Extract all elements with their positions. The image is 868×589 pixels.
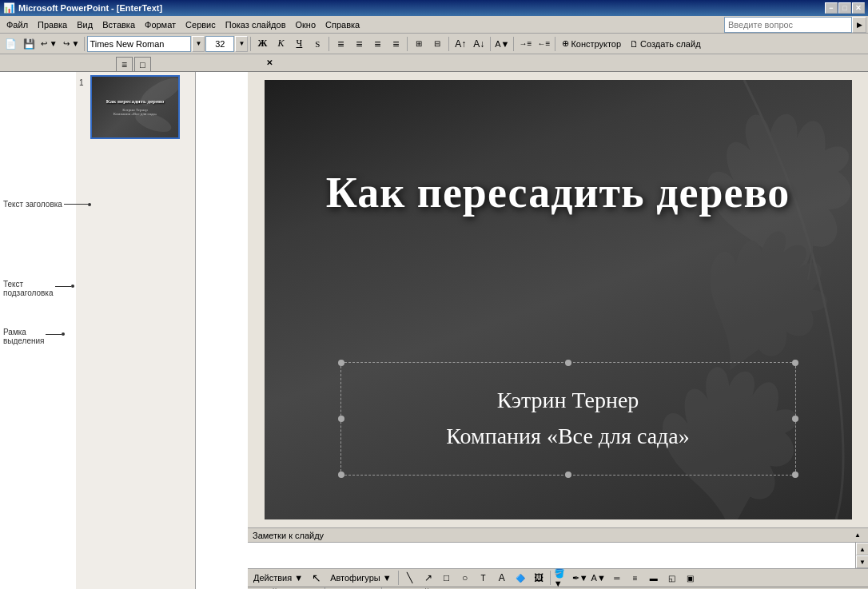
oval-tool[interactable]: ○: [456, 569, 474, 587]
title-annotation-label: Текст заголовка: [3, 200, 62, 209]
title-annotation-line: [64, 204, 88, 205]
notes-header: Заметки к слайду ▲: [248, 528, 868, 543]
wordart-tool[interactable]: A: [493, 569, 511, 587]
decrease-indent-button[interactable]: ←≡: [535, 35, 552, 53]
font-selector[interactable]: [87, 36, 191, 52]
increase-indent-button[interactable]: →≡: [516, 35, 534, 53]
cursor-button[interactable]: ↖: [308, 569, 325, 587]
rect-tool[interactable]: □: [438, 569, 456, 587]
view-tabbar: ≡ □ ✕: [0, 54, 868, 72]
arrow-tool[interactable]: ↗: [420, 569, 437, 587]
font-size-dropdown[interactable]: ▼: [235, 36, 248, 52]
3d-style-button[interactable]: ▣: [682, 569, 699, 587]
menu-insert[interactable]: Вставка: [98, 18, 140, 31]
menu-slideshow[interactable]: Показ слайдов: [221, 18, 291, 31]
designer-button[interactable]: ⊕ Конструктор: [558, 35, 625, 53]
designer-icon: ⊕: [562, 38, 569, 49]
subtitle-annotation-label1: Текст: [3, 280, 54, 289]
justify-button[interactable]: ≡: [387, 35, 404, 53]
autoshapes-button[interactable]: Автофигуры ▼: [326, 569, 396, 587]
notes-scroll-down-btn[interactable]: ▼: [856, 555, 868, 568]
menu-help[interactable]: Справка: [321, 18, 364, 31]
slide-subtitle-line1[interactable]: Кэтрин Тернер: [357, 383, 779, 419]
corner-dot-br: [792, 472, 798, 478]
corner-dot-bl: [338, 472, 344, 478]
notes-textarea[interactable]: [248, 543, 855, 568]
notes-scrollbar[interactable]: ▲ ▼: [855, 543, 868, 568]
increase-font-button[interactable]: A↑: [452, 35, 469, 53]
panel-close-button[interactable]: ✕: [264, 57, 275, 68]
line-color-button[interactable]: ✒▼: [571, 569, 589, 587]
toolbar-separator7: [513, 37, 514, 51]
minimize-button[interactable]: −: [825, 2, 838, 14]
notes-label: Заметки к слайду: [253, 531, 324, 540]
decrease-font-button[interactable]: A↓: [470, 35, 488, 53]
menu-format[interactable]: Формат: [140, 18, 181, 31]
redo-button[interactable]: ↪ ▼: [61, 35, 82, 53]
slide-canvas-area[interactable]: Как пересадить дерево: [248, 72, 868, 527]
menu-edit[interactable]: Правка: [33, 18, 72, 31]
slide-canvas[interactable]: Как пересадить дерево: [265, 80, 852, 519]
shadow-button[interactable]: S: [309, 35, 326, 53]
menu-view[interactable]: Вид: [72, 18, 98, 31]
align-left-button[interactable]: ≡: [332, 35, 349, 53]
notes-scroll-up-btn[interactable]: ▲: [856, 543, 868, 555]
frame-annotation: Рамка выделения: [3, 328, 65, 345]
line-style2-button[interactable]: ≡: [627, 569, 644, 587]
search-go-button[interactable]: ▶: [852, 17, 866, 33]
line-style-button[interactable]: ═: [608, 569, 626, 587]
toolbar-separator1: [84, 37, 85, 51]
menu-tools[interactable]: Сервис: [181, 18, 221, 31]
toolbar-separator8: [555, 37, 555, 51]
main-content: Текст заголовка Текст подзаголовка: [0, 72, 868, 589]
new-button[interactable]: 📄: [2, 35, 19, 53]
tab-slide-view[interactable]: □: [134, 57, 151, 71]
toolbar-separator4: [407, 37, 408, 51]
help-search-input[interactable]: [724, 17, 852, 33]
new-slide-icon: 🗋: [630, 39, 639, 49]
shadow-style-button[interactable]: ◱: [663, 569, 681, 587]
slide-number: 1: [79, 78, 87, 87]
thumb-sub2: Компания «Все для сада»: [113, 112, 157, 116]
close-button[interactable]: ✕: [852, 2, 865, 14]
actions-button[interactable]: Действия ▼: [249, 569, 307, 587]
bold-button[interactable]: Ж: [253, 35, 271, 53]
slide-thumbnail-container: 1 Как пересадить дерево Кэтрин Тернер Ко…: [79, 75, 192, 139]
slide-subtitle-line2[interactable]: Компания «Все для сада»: [357, 419, 779, 455]
text-box-tool[interactable]: T: [475, 569, 492, 587]
menu-file[interactable]: Файл: [2, 18, 33, 31]
slide-subtitle-box[interactable]: Кэтрин Тернер Компания «Все для сада»: [340, 362, 796, 476]
titlebar-icon: 📊: [3, 2, 15, 14]
col-layout-button[interactable]: ⊟: [428, 35, 446, 53]
slide-thumbnail[interactable]: Как пересадить дерево Кэтрин Тернер Комп…: [90, 75, 180, 139]
notes-scroll-up[interactable]: ▲: [852, 530, 863, 541]
undo-button[interactable]: ↩ ▼: [38, 35, 60, 53]
align-right-button[interactable]: ≡: [368, 35, 386, 53]
insert-image[interactable]: 🖼: [530, 569, 547, 587]
font-dropdown-button[interactable]: ▼: [192, 36, 205, 52]
titlebar: 📊 Microsoft PowerPoint - [EnterText] − □…: [0, 0, 868, 16]
menubar: Файл Правка Вид Вставка Формат Сервис По…: [0, 16, 868, 34]
align-center-button[interactable]: ≡: [350, 35, 368, 53]
menu-window[interactable]: Окно: [291, 18, 321, 31]
line-style3-button[interactable]: ▬: [645, 569, 663, 587]
slide-title[interactable]: Как пересадить дерево: [265, 168, 852, 217]
maximize-button[interactable]: □: [838, 2, 851, 14]
subtitle-annotation-dot: [71, 285, 74, 288]
font-size-input[interactable]: [205, 36, 234, 52]
tab-slides-outline[interactable]: ≡: [116, 57, 133, 71]
insert-diagram[interactable]: 🔷: [512, 569, 529, 587]
line-tool[interactable]: ╲: [401, 569, 419, 587]
underline-button[interactable]: Ч: [290, 35, 308, 53]
italic-button[interactable]: К: [272, 35, 289, 53]
save-button[interactable]: 💾: [20, 35, 38, 53]
slide-editor: Как пересадить дерево: [248, 72, 868, 589]
new-slide-button[interactable]: 🗋 Создать слайд: [626, 35, 704, 53]
subtitle-annotation: Текст подзаголовка: [3, 280, 74, 297]
frame-annotation-line: [46, 334, 62, 335]
font-color-button[interactable]: A▼: [493, 35, 511, 53]
fill-color-button[interactable]: 🪣▼: [553, 569, 571, 587]
font-color-draw-button[interactable]: A▼: [590, 569, 607, 587]
corner-dot-bm: [565, 472, 571, 478]
columns-button[interactable]: ⊞: [410, 35, 428, 53]
